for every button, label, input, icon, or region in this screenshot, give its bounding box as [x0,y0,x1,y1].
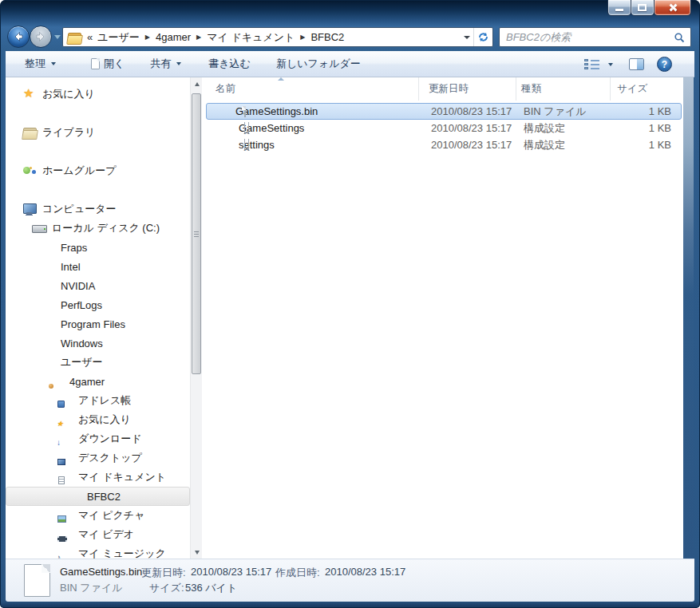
search-icon[interactable] [674,32,685,43]
recent-pages-dropdown[interactable] [54,35,61,39]
share-button[interactable]: 共有 [145,54,186,73]
sidebar-item-label: Intel [61,261,81,273]
organize-label: 整理 [25,57,45,71]
scroll-down-button[interactable] [191,546,203,559]
minimize-icon [615,9,623,11]
document-file-icon [24,564,50,597]
file-list-pane[interactable]: 名前 更新日時 種類 サイズ GameSettings.bin 2010/08/… [204,77,683,559]
breadcrumb-item[interactable]: マイ ドキュメント ▶ [207,30,310,45]
sidebar-item[interactable]: お気に入り [6,85,190,104]
refresh-button[interactable] [473,28,492,46]
sidebar-item[interactable]: マイ ビデオ [6,525,190,544]
preview-pane-button[interactable] [629,58,644,70]
downloads-folder-icon [58,432,73,445]
sidebar-item[interactable]: PerfLogs [6,295,190,314]
back-button[interactable] [7,26,30,48]
sidebar-item[interactable]: アドレス帳 [6,391,190,410]
change-view-button[interactable] [584,58,600,70]
sidebar-item[interactable]: BFBC2 [6,487,190,506]
sidebar-item-label: ホームグループ [42,164,117,178]
sidebar-scrollbar[interactable] [190,77,202,559]
forward-button[interactable] [30,26,52,48]
breadcrumb-item[interactable]: 4gamer ▶ [156,31,207,43]
file-rows: GameSettings.bin 2010/08/23 15:17 BIN ファ… [204,103,683,153]
sidebar-item-label: デスクトップ [78,451,142,465]
file-size: 1 KB [613,105,681,117]
file-row[interactable]: settings 2010/08/23 15:17 構成設定 1 KB [206,136,682,153]
sidebar-item-label: マイ ビデオ [78,527,134,542]
scroll-up-button[interactable] [191,77,203,90]
help-button[interactable]: ? [657,57,672,72]
sidebar-item-label: Windows [61,338,103,349]
music-folder-icon [58,547,73,559]
sidebar-item[interactable]: Program Files [6,314,190,334]
maximize-button[interactable] [631,0,655,16]
address-bar[interactable]: « ユーザー ▶ 4gamer ▶ マイ ドキュメント ▶ [62,27,493,47]
breadcrumb-separator-icon[interactable]: ▶ [196,34,201,41]
document-icon [91,58,100,69]
sidebar-item-label: ライブラリ [42,125,96,140]
sidebar-item[interactable]: マイ ドキュメント [6,468,190,487]
file-size: 1 KB [613,122,681,134]
sidebar-item[interactable]: コンピューター [6,199,190,219]
window-controls [608,0,691,16]
pictures-folder-icon [58,509,73,522]
organize-button[interactable]: 整理 [20,54,61,73]
sidebar-item[interactable]: ダウンロード [6,429,190,448]
breadcrumb-item[interactable]: BFBC2 ▶ [310,31,344,43]
file-type: 構成設定 [519,138,613,152]
sidebar-item-label: お気に入り [42,87,95,101]
search-input[interactable]: BFBC2の検索 [500,30,674,45]
navigation-pane[interactable]: お気に入り ライブラリ ホームグループ コンピューター [6,77,190,559]
folder-icon [67,31,82,44]
minimize-button[interactable] [607,0,631,16]
refresh-icon [477,31,489,43]
column-header-size[interactable]: サイズ [611,77,683,101]
details-size-label: サイズ: [149,581,184,595]
column-header-name[interactable]: 名前 [204,77,419,101]
close-icon [667,2,678,13]
sidebar-item[interactable]: ホームグループ [6,161,190,180]
breadcrumb-label: 4gamer [156,31,191,43]
sidebar-item-label: PerfLogs [61,299,102,311]
sidebar-item[interactable]: マイ ピクチャ [6,506,190,525]
file-row[interactable]: GameSettings 2010/08/23 15:17 構成設定 1 KB [206,120,682,136]
sidebar-item[interactable]: Windows [6,334,190,353]
scrollbar-thumb[interactable] [192,93,201,374]
sidebar-item[interactable]: ローカル ディスク (C:) [6,219,190,238]
breadcrumb-separator-icon[interactable]: ▶ [300,34,305,41]
details-created-label: 作成日時: [275,566,320,580]
breadcrumb-overflow-chevron[interactable]: « [87,31,93,43]
column-header-modified[interactable]: 更新日時 [419,77,516,101]
homegroup-icon [22,164,38,177]
search-box[interactable]: BFBC2の検索 [499,27,691,47]
sidebar-item[interactable]: NVIDIA [6,276,190,295]
sidebar-item[interactable]: マイ ミュージック [6,544,190,559]
close-button[interactable] [654,0,691,16]
views-dropdown-icon[interactable] [608,63,613,66]
new-folder-button[interactable]: 新しいフォルダー [271,54,366,73]
sidebar-item[interactable]: ライブラリ [6,123,190,142]
file-row[interactable]: GameSettings.bin 2010/08/23 15:17 BIN ファ… [206,103,682,120]
sidebar-item[interactable]: Fraps [6,238,190,257]
address-dropdown-button[interactable] [461,28,473,46]
sidebar-item[interactable]: Intel [6,257,190,276]
breadcrumb: « ユーザー ▶ 4gamer ▶ マイ ドキュメント ▶ [87,30,461,45]
sidebar-item[interactable]: お気に入り [6,410,190,429]
sidebar-item[interactable]: 4gamer [6,372,190,391]
open-button[interactable]: 開く [86,54,129,73]
share-label: 共有 [150,57,171,71]
sidebar-item[interactable]: ユーザー [6,353,190,372]
column-header-type[interactable]: 種類 [516,77,611,101]
breadcrumb-separator-icon[interactable]: ▶ [145,34,150,41]
window-right-edge [683,77,694,559]
chevron-down-icon [176,62,181,65]
title-bar[interactable] [0,0,700,24]
breadcrumb-item[interactable]: ユーザー ▶ [97,30,156,45]
details-size-value: 536 バイト [185,581,237,595]
videos-folder-icon [58,528,73,541]
sidebar-item[interactable]: デスクトップ [6,448,190,468]
file-config-icon [244,122,249,134]
burn-button[interactable]: 書き込む [204,54,255,73]
forward-arrow-icon [34,30,47,43]
